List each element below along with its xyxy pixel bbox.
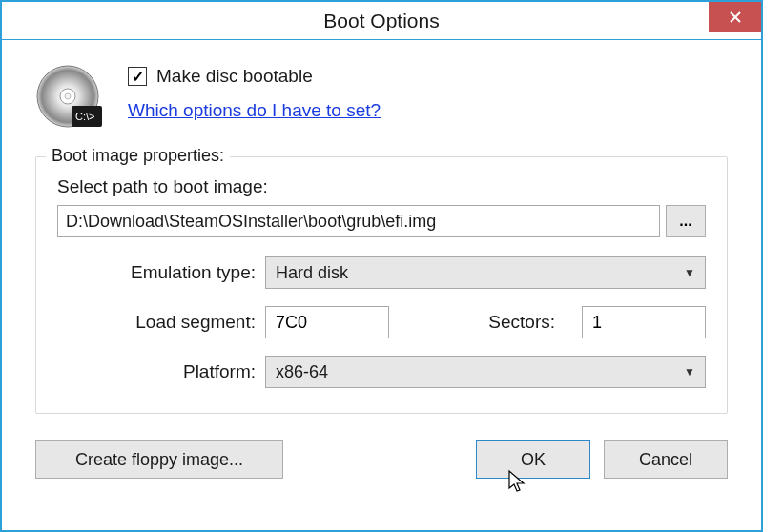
bootable-checkbox[interactable] — [128, 67, 147, 86]
header-controls: Make disc bootable Which options do I ha… — [128, 64, 381, 121]
close-button[interactable] — [709, 2, 761, 32]
browse-button[interactable]: ... — [666, 205, 706, 237]
group-legend: Boot image properties: — [46, 146, 230, 166]
path-label: Select path to boot image: — [57, 176, 706, 197]
chevron-down-icon: ▼ — [684, 365, 695, 379]
emulation-type-select[interactable]: Hard disk ▼ — [265, 256, 706, 289]
boot-image-properties-group: Boot image properties: Select path to bo… — [35, 156, 728, 414]
sectors-input[interactable] — [582, 306, 706, 338]
dialog-content: C:\> Make disc bootable Which options do… — [2, 40, 761, 498]
titlebar: Boot Options — [2, 2, 761, 40]
sectors-label: Sectors: — [488, 312, 555, 333]
properties-grid: Emulation type: Hard disk ▼ Load segment… — [57, 256, 706, 388]
window-title: Boot Options — [323, 10, 439, 32]
create-floppy-button[interactable]: Create floppy image... — [35, 440, 283, 479]
platform-value: x86-64 — [276, 362, 328, 382]
disc-icon: C:\> — [35, 64, 104, 133]
load-segment-label: Load segment: — [84, 312, 256, 333]
close-icon — [730, 11, 741, 23]
bootable-checkbox-label: Make disc bootable — [156, 66, 313, 87]
header-row: C:\> Make disc bootable Which options do… — [35, 64, 728, 133]
help-link[interactable]: Which options do I have to set? — [128, 100, 381, 121]
boot-options-dialog: Boot Options — [0, 0, 763, 532]
load-segment-input[interactable] — [265, 306, 389, 338]
button-bar: Create floppy image... OK Cancel — [35, 440, 728, 479]
svg-point-4 — [65, 93, 71, 99]
platform-select[interactable]: x86-64 ▼ — [265, 356, 706, 388]
svg-text:C:\>: C:\> — [75, 111, 94, 122]
emulation-type-label: Emulation type: — [84, 262, 256, 283]
path-row: ... — [57, 205, 706, 237]
chevron-down-icon: ▼ — [684, 266, 695, 279]
boot-image-path-input[interactable] — [57, 205, 660, 237]
bootable-checkbox-row: Make disc bootable — [128, 66, 381, 87]
platform-label: Platform: — [84, 361, 256, 382]
ok-button[interactable]: OK — [476, 440, 590, 479]
emulation-type-value: Hard disk — [276, 263, 348, 283]
cancel-button[interactable]: Cancel — [604, 440, 728, 479]
segment-sectors-row: Sectors: — [265, 306, 706, 338]
